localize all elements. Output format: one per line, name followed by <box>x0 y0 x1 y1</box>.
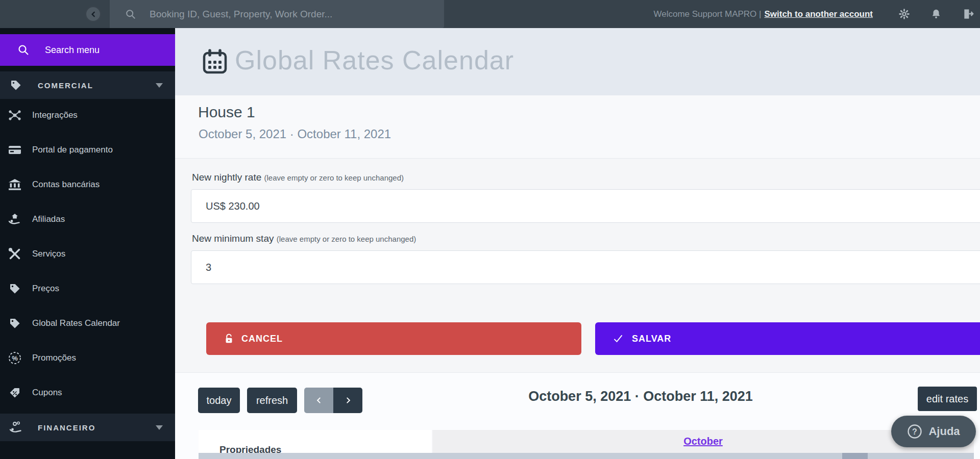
refresh-button[interactable]: refresh <box>247 388 297 413</box>
sidebar-item-label: Contas bancárias <box>32 180 100 190</box>
hand-coins-icon <box>8 421 23 434</box>
price-tag-icon <box>8 79 23 91</box>
horizontal-scrollbar <box>199 453 974 459</box>
help-button[interactable]: ? Ajuda <box>891 416 976 447</box>
sidebar: Search menu COMERCIAL Integrações Portal… <box>0 28 175 459</box>
calendar-title: October 5, 2021 · October 11, 2021 <box>487 389 794 404</box>
sidebar-item-label: Global Rates Calendar <box>32 318 120 328</box>
rate-edit-form: New nightly rate (leave empty or zero to… <box>175 159 980 373</box>
edit-rates-button[interactable]: edit rates <box>918 387 977 411</box>
nightly-rate-hint: (leave empty or zero to keep unchanged) <box>264 173 404 182</box>
sidebar-item-label: Integrações <box>32 110 78 120</box>
nightly-rate-label: New nightly rate (leave empty or zero to… <box>192 172 404 183</box>
min-stay-input[interactable] <box>191 250 980 284</box>
bank-accounts-icon <box>7 178 22 191</box>
selected-date-range: October 5, 2021 · October 11, 2021 <box>199 127 391 141</box>
global-search-input[interactable] <box>150 9 425 20</box>
sidebar-item-label: Promoções <box>32 353 76 363</box>
min-stay-hint: (leave empty or zero to keep unchanged) <box>277 235 416 243</box>
logout-icon[interactable] <box>962 8 974 20</box>
month-link[interactable]: October <box>683 436 723 447</box>
sidebar-item-label: Afiliadas <box>32 214 65 224</box>
sidebar-item-servicos[interactable]: Serviços <box>0 237 175 271</box>
svg-text:%: % <box>12 354 18 362</box>
horizontal-scrollbar-thumb[interactable] <box>842 453 868 459</box>
property-name: House 1 <box>198 104 255 121</box>
sidebar-item-precos[interactable]: Preços <box>0 271 175 306</box>
main-content: Global Rates Calendar House 1 October 5,… <box>175 28 980 459</box>
sidebar-collapse-button[interactable] <box>85 6 102 22</box>
calendar-nav <box>304 388 362 413</box>
welcome-text: Welcome Support MAPRO | <box>653 9 761 19</box>
payment-portal-icon <box>7 144 22 156</box>
switch-account-link[interactable]: Switch to another account <box>764 9 873 19</box>
global-search-bar <box>110 0 444 28</box>
chevron-down-icon <box>156 423 163 432</box>
chevron-left-icon <box>90 11 97 18</box>
sidebar-item-label: Preços <box>32 284 59 294</box>
rates-table: Propriedades October <box>199 430 974 453</box>
page-header: Global Rates Calendar <box>175 28 980 95</box>
topbar: Welcome Support MAPRO | Switch to anothe… <box>0 0 980 28</box>
services-icon <box>7 247 22 261</box>
coupons-icon <box>7 387 22 399</box>
question-circle-icon: ? <box>907 424 922 439</box>
help-button-label: Ajuda <box>928 425 960 438</box>
sidebar-section-label: COMERCIAL <box>38 81 93 90</box>
sidebar-item-integracoes[interactable]: Integrações <box>0 98 175 133</box>
today-button[interactable]: today <box>198 388 240 413</box>
lock-icon <box>225 334 233 344</box>
sidebar-item-cupons[interactable]: Cupons <box>0 375 175 410</box>
next-week-button[interactable] <box>333 388 362 413</box>
prices-icon <box>7 283 22 295</box>
properties-header-cell: Propriedades <box>199 430 431 453</box>
svg-text:?: ? <box>913 427 918 436</box>
settings-gear-icon[interactable] <box>898 8 910 20</box>
prev-week-button[interactable] <box>304 388 333 413</box>
sidebar-item-label: Portal de pagamento <box>32 145 113 155</box>
search-icon <box>17 44 30 56</box>
sidebar-search-menu[interactable]: Search menu <box>0 34 175 66</box>
rates-calendar-icon <box>7 317 22 329</box>
min-stay-label: New minimum stay (leave empty or zero to… <box>192 233 416 244</box>
integrations-icon <box>7 109 22 121</box>
sidebar-item-afiliadas[interactable]: Afiliadas <box>0 202 175 237</box>
properties-header: Propriedades <box>219 444 281 453</box>
sidebar-menu: Integrações Portal de pagamento Contas b… <box>0 98 175 410</box>
sidebar-section-comercial[interactable]: COMERCIAL <box>0 71 175 99</box>
sidebar-item-label: Cupons <box>32 388 62 398</box>
sidebar-item-label: Serviços <box>32 249 65 259</box>
chevron-left-icon <box>315 396 323 404</box>
sidebar-item-portal-de-pagamento[interactable]: Portal de pagamento <box>0 133 175 167</box>
chevron-right-icon <box>345 396 352 404</box>
calendar-icon <box>202 49 228 78</box>
sidebar-search-menu-label: Search menu <box>45 45 100 56</box>
save-button[interactable]: SALVAR <box>595 322 980 355</box>
sidebar-section-label: FINANCEIRO <box>38 423 95 432</box>
promotions-icon: % <box>7 351 22 365</box>
check-icon <box>612 334 624 344</box>
sidebar-item-global-rates-calendar[interactable]: Global Rates Calendar <box>0 306 175 341</box>
nightly-rate-input[interactable] <box>191 189 980 223</box>
page-title: Global Rates Calendar <box>235 45 514 75</box>
cancel-button[interactable]: CANCEL <box>206 322 581 355</box>
sidebar-item-promocoes[interactable]: % Promoções <box>0 341 175 375</box>
chevron-down-icon <box>156 81 163 90</box>
rates-calendar-section: today refresh October 5, 2021 · October … <box>175 373 980 459</box>
notifications-bell-icon[interactable] <box>930 8 942 20</box>
sidebar-section-financeiro[interactable]: FINANCEIRO <box>0 414 175 441</box>
sidebar-item-contas-bancarias[interactable]: Contas bancárias <box>0 167 175 202</box>
affiliates-icon <box>7 213 22 226</box>
selection-summary: House 1 October 5, 2021 · October 11, 20… <box>175 95 980 159</box>
search-icon <box>125 9 136 20</box>
